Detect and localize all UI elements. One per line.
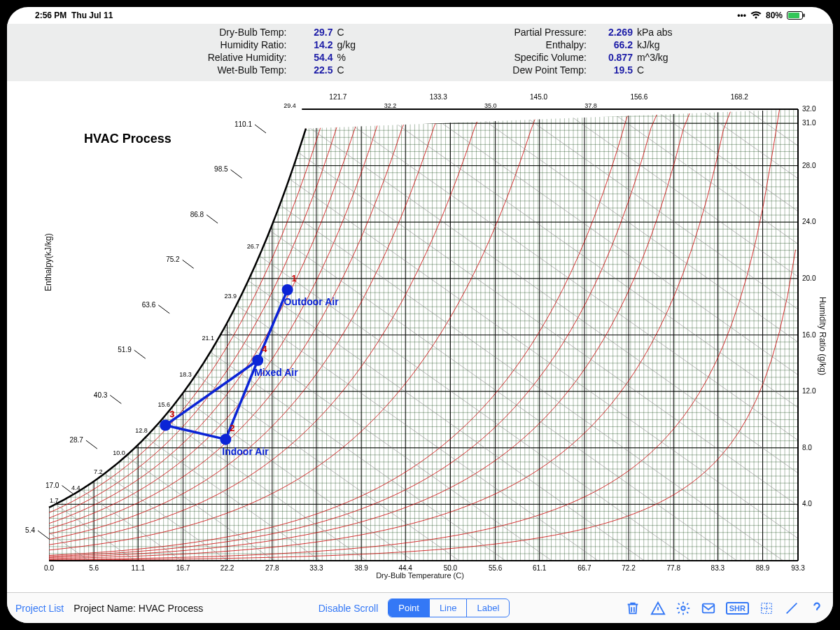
status-time: 2:56 PM: [35, 10, 66, 20]
svg-line-334: [134, 350, 146, 358]
svg-text:31.0: 31.0: [802, 119, 816, 127]
svg-text:16.0: 16.0: [802, 331, 816, 339]
svg-text:22.2: 22.2: [220, 564, 234, 572]
svg-text:4.4: 4.4: [71, 484, 80, 491]
svg-text:51.9: 51.9: [118, 346, 132, 354]
svg-text:0.0: 0.0: [44, 564, 54, 572]
svg-text:12.0: 12.0: [802, 387, 816, 395]
shr-button[interactable]: SHR: [726, 602, 749, 615]
trash-icon[interactable]: [625, 601, 640, 616]
svg-text:98.5: 98.5: [214, 165, 228, 173]
svg-point-364: [681, 606, 685, 610]
svg-text:83.3: 83.3: [711, 564, 725, 572]
svg-text:72.2: 72.2: [622, 564, 636, 572]
svg-text:145.0: 145.0: [530, 93, 547, 101]
svg-text:32.0: 32.0: [802, 105, 816, 113]
svg-text:32.2: 32.2: [384, 102, 397, 109]
svg-line-330: [86, 440, 97, 449]
svg-text:44.4: 44.4: [398, 564, 412, 572]
svg-text:63.6: 63.6: [142, 301, 156, 309]
grid-select-icon[interactable]: [759, 601, 774, 616]
warning-icon[interactable]: [650, 601, 666, 616]
process-point-4[interactable]: [252, 355, 263, 366]
svg-text:28.0: 28.0: [802, 162, 816, 169]
point-index: 2: [230, 423, 234, 433]
svg-line-342: [231, 169, 242, 178]
svg-text:33.3: 33.3: [309, 564, 323, 572]
svg-text:38.9: 38.9: [354, 564, 368, 572]
battery-icon: [787, 11, 805, 20]
segment-label[interactable]: Label: [466, 599, 509, 617]
readout-row: Humidity Ratio:14.2g/kg: [167, 39, 355, 50]
line-tool-icon[interactable]: [784, 601, 799, 616]
svg-text:121.7: 121.7: [329, 93, 346, 101]
svg-rect-2: [804, 14, 805, 18]
svg-text:18.3: 18.3: [179, 371, 192, 378]
svg-text:77.8: 77.8: [667, 564, 681, 572]
svg-text:66.7: 66.7: [578, 564, 592, 572]
readout-panel: Dry-Bulb Temp:29.7CHumidity Ratio:14.2g/…: [7, 24, 833, 81]
svg-line-338: [183, 260, 194, 268]
svg-text:27.8: 27.8: [265, 564, 279, 572]
point-index: 4: [262, 344, 267, 354]
point-label: Indoor Air: [222, 446, 269, 457]
svg-line-340: [206, 215, 218, 223]
svg-text:12.8: 12.8: [135, 427, 148, 434]
svg-rect-1: [788, 13, 799, 18]
svg-line-326: [38, 531, 49, 539]
battery-percent: 80%: [766, 10, 783, 20]
svg-text:10.0: 10.0: [113, 449, 125, 456]
svg-text:110.1: 110.1: [234, 120, 252, 128]
segment-line[interactable]: Line: [429, 599, 467, 617]
mail-icon[interactable]: [701, 601, 716, 616]
process-point-1[interactable]: [282, 284, 293, 295]
svg-text:61.1: 61.1: [533, 564, 547, 572]
point-index: 1: [292, 273, 297, 284]
status-bar: 2:56 PM Thu Jul 11 ••• 80%: [7, 7, 833, 24]
psychrometric-chart[interactable]: HVAC Process Enthalpy(kJ/kg) Humidity Ra…: [7, 81, 833, 592]
segment-point[interactable]: Point: [388, 599, 429, 617]
location-indicator-icon: •••: [737, 10, 746, 20]
svg-text:156.6: 156.6: [630, 93, 648, 101]
svg-text:50.0: 50.0: [444, 564, 458, 572]
svg-text:28.7: 28.7: [69, 436, 83, 444]
svg-line-344: [255, 125, 266, 133]
svg-text:4.0: 4.0: [802, 500, 812, 507]
gear-icon[interactable]: [676, 601, 691, 616]
svg-line-336: [158, 305, 169, 314]
process-segment[interactable]: [165, 426, 225, 440]
svg-text:11.1: 11.1: [132, 564, 146, 572]
readout-row: Partial Pressure:2.269kPa abs: [468, 27, 673, 38]
wifi-icon: [750, 11, 762, 20]
svg-text:5.6: 5.6: [89, 564, 99, 572]
svg-text:26.7: 26.7: [247, 243, 260, 250]
svg-text:55.6: 55.6: [489, 564, 503, 572]
svg-text:75.2: 75.2: [166, 255, 180, 263]
svg-text:23.9: 23.9: [225, 293, 237, 300]
svg-text:88.9: 88.9: [756, 564, 770, 572]
mode-segmented-control[interactable]: PointLineLabel: [388, 598, 510, 617]
svg-text:40.3: 40.3: [94, 391, 108, 399]
svg-text:8.0: 8.0: [802, 444, 812, 451]
svg-text:15.6: 15.6: [158, 401, 170, 408]
status-date: Thu Jul 11: [71, 10, 113, 20]
project-list-link[interactable]: Project List: [15, 603, 64, 614]
readout-row: Relative Humidity:54.4%: [167, 52, 355, 63]
svg-line-332: [110, 396, 121, 404]
svg-text:37.8: 37.8: [584, 102, 597, 109]
svg-text:133.3: 133.3: [430, 93, 447, 101]
bottom-toolbar: Project List Project Name: HVAC Process …: [7, 592, 833, 623]
svg-text:93.3: 93.3: [791, 564, 805, 572]
svg-text:16.7: 16.7: [176, 564, 190, 572]
svg-text:21.1: 21.1: [202, 335, 214, 342]
svg-text:24.0: 24.0: [802, 218, 816, 225]
process-point-2[interactable]: [220, 434, 231, 445]
process-point-3[interactable]: [160, 420, 171, 431]
help-icon[interactable]: [809, 601, 825, 616]
svg-text:168.2: 168.2: [731, 93, 748, 101]
readout-row: Dry-Bulb Temp:29.7C: [167, 27, 355, 38]
disable-scroll-button[interactable]: Disable Scroll: [318, 603, 379, 614]
svg-text:20.0: 20.0: [802, 274, 816, 282]
svg-text:17.0: 17.0: [46, 482, 59, 489]
svg-text:5.4: 5.4: [25, 526, 35, 534]
